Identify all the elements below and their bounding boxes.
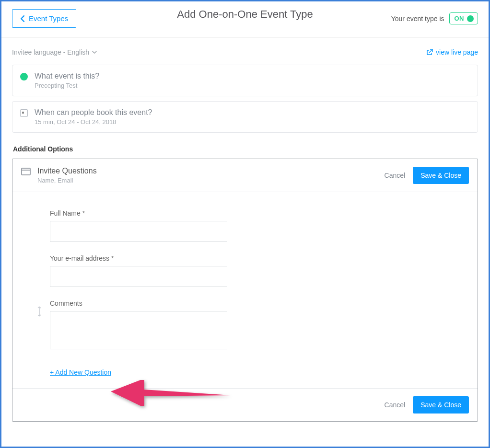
drag-handle-icon[interactable] [36,306,43,319]
chevron-left-icon [20,15,25,22]
panel-subtitle: Name, Email [37,177,97,184]
save-close-button-bottom[interactable]: Save & Close [413,396,469,414]
status-prefix: Your event type is [391,15,444,23]
chevron-down-icon [92,51,97,54]
back-button-label: Event Types [29,14,68,23]
comments-input[interactable] [50,311,227,349]
comments-label: Comments [50,299,227,307]
section-subtitle: Precepting Test [35,82,99,89]
panel-title: Invitee Questions [37,167,97,175]
view-live-link[interactable]: view live page [426,48,478,56]
save-close-button-top[interactable]: Save & Close [413,167,469,184]
event-toggle[interactable]: ON [449,12,478,24]
calendar-icon [20,109,28,117]
language-selector[interactable]: Invitee language - English [12,48,97,56]
email-label: Your e-mail address * [50,254,227,262]
form-icon [21,168,31,175]
section-title: When can people book this event? [35,108,152,117]
section-when-book[interactable]: When can people book this event? 15 min,… [12,101,478,133]
add-new-question-link[interactable]: + Add New Question [50,368,111,376]
email-input[interactable] [50,266,227,287]
svg-rect-0 [22,168,30,175]
view-live-label: view live page [436,48,478,56]
cancel-button-top[interactable]: Cancel [385,172,406,179]
page-title: Add One-on-One Event Type [177,8,313,21]
toggle-dot-icon [467,15,474,22]
section-subtitle: 15 min, Oct 24 - Oct 24, 2018 [35,118,152,126]
section-title: What event is this? [35,72,99,80]
invitee-questions-panel: Invitee Questions Name, Email Cancel Sav… [12,159,478,422]
cancel-button-bottom[interactable]: Cancel [385,401,406,409]
language-label: Invitee language - English [12,48,89,56]
toggle-label: ON [455,15,465,22]
additional-options-label: Additional Options [13,145,478,153]
full-name-label: Full Name * [50,209,227,217]
full-name-input[interactable] [50,221,227,242]
back-button[interactable]: Event Types [12,9,76,28]
status-dot-icon [20,73,28,80]
external-link-icon [426,49,433,56]
section-what-event[interactable]: What event is this? Precepting Test [12,65,478,96]
